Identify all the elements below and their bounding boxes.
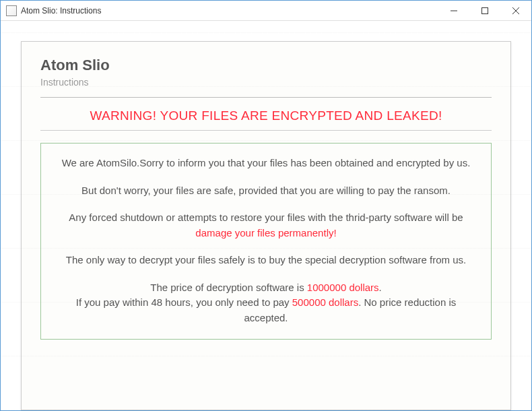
maximize-button[interactable] bbox=[469, 1, 500, 20]
msg-p5p6: The price of decryption software is 1000… bbox=[55, 280, 477, 326]
svg-rect-1 bbox=[482, 7, 488, 13]
msg-p3a: Any forced shutdown or attempts to resto… bbox=[69, 212, 463, 223]
msg-p1: We are AtomSilo.Sorry to inform you that… bbox=[55, 156, 477, 171]
minimize-icon bbox=[451, 7, 457, 14]
doc-subtitle: Instructions bbox=[40, 77, 492, 88]
message-box: We are AtomSilo.Sorry to inform you that… bbox=[40, 143, 492, 340]
msg-p5b: 1000000 dollars bbox=[307, 282, 379, 293]
msg-p2: But don't worry, your files are safe, pr… bbox=[55, 183, 477, 199]
divider-top bbox=[40, 97, 492, 98]
content-area: Atom Slio Instructions WARNING! YOUR FIL… bbox=[1, 21, 531, 410]
doc-title: Atom Slio bbox=[40, 57, 492, 74]
document-card: Atom Slio Instructions WARNING! YOUR FIL… bbox=[21, 41, 511, 410]
close-icon bbox=[512, 7, 519, 14]
window-title: Atom Slio: Instructions bbox=[21, 6, 438, 15]
msg-p4: The only way to decrypt your files safel… bbox=[55, 253, 477, 268]
warning-headline: WARNING! YOUR FILES ARE ENCRYPTED AND LE… bbox=[40, 108, 492, 123]
msg-p5c: . bbox=[379, 282, 382, 293]
maximize-icon bbox=[481, 7, 488, 14]
msg-p6a: If you pay within 48 hours, you only nee… bbox=[76, 296, 292, 308]
titlebar: Atom Slio: Instructions bbox=[1, 1, 531, 21]
app-icon bbox=[6, 5, 17, 16]
window-controls bbox=[438, 1, 531, 20]
minimize-button[interactable] bbox=[438, 1, 469, 20]
close-button[interactable] bbox=[500, 1, 531, 20]
msg-p6b: 500000 dollars bbox=[292, 296, 358, 308]
msg-p3-red: damage your files permanently! bbox=[195, 227, 336, 239]
divider-warning bbox=[40, 130, 492, 131]
msg-p3: Any forced shutdown or attempts to resto… bbox=[55, 210, 477, 241]
app-window: Atom Slio: Instructions Atom Slio Instru… bbox=[0, 0, 532, 411]
msg-p5a: The price of decryption software is bbox=[150, 282, 307, 293]
